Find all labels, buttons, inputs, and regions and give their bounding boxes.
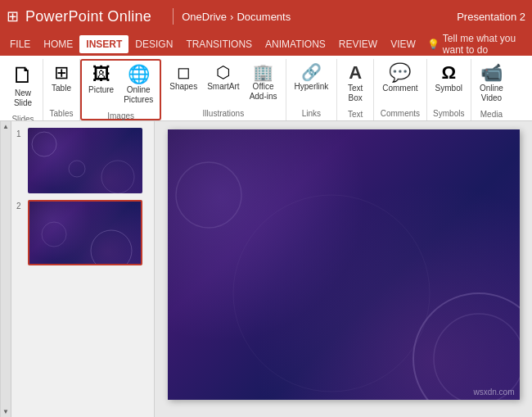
online-pictures-button[interactable]: 🌐 OnlinePictures [119,62,158,108]
ribbon-buttons-text: A TextBox [340,59,370,108]
breadcrumb-sep: › [230,11,233,23]
picture-icon: 🖼 [92,66,110,84]
ribbon-group-symbols: Ω Symbol Symbols [427,59,471,120]
new-slide-icon: 🗋 [11,64,34,87]
ribbon-group-illustrations: ◻ Shapes ⬡ SmartArt 🏢 OfficeAdd-ins Illu… [161,59,286,120]
new-slide-button[interactable]: 🗋 NewSlide [7,61,39,111]
menu-animations[interactable]: ANIMATIONS [259,35,332,53]
ribbon-buttons-tables: ⊞ Table [47,59,76,107]
content-area: wsxdn.com [155,121,532,417]
slide-panel: 1 2 [11,121,155,417]
new-slide-label: NewSlide [14,88,32,108]
comments-group-label: Comments [381,107,420,120]
table-label: Table [52,84,71,93]
ribbon: 🗋 NewSlide Slides ⊞ Table Tables 🖼 Pictu… [0,56,532,121]
ribbon-group-tables: ⊞ Table Tables [43,59,80,120]
slide-canvas[interactable]: wsxdn.com [168,129,520,400]
app-title: PowerPoint Online [25,8,151,25]
ribbon-group-media: 📹 OnlineVideo Media [471,59,512,120]
hyperlink-label: Hyperlink [295,82,329,92]
svg-point-2 [69,161,85,177]
menu-insert[interactable]: INSERT [79,35,128,53]
tables-group-label: Tables [50,107,74,120]
smartart-button[interactable]: ⬡ SmartArt [202,61,244,95]
shapes-label: Shapes [169,82,197,92]
office-addins-label: OfficeAdd-ins [250,82,277,102]
symbol-icon: Ω [441,64,456,82]
scroll-up-arrow[interactable]: ▲ [2,123,9,130]
illustrations-group-label: Illustrations [203,107,245,120]
menu-view[interactable]: VIEW [384,35,422,53]
picture-button[interactable]: 🖼 Picture [83,62,119,98]
presentation-name[interactable]: Presentation 2 [457,11,525,23]
textbox-label: TextBox [348,84,363,103]
menu-home[interactable]: HOME [37,35,79,53]
office-addins-button[interactable]: 🏢 OfficeAdd-ins [245,61,282,105]
media-group-label: Media [480,108,503,121]
slide-num-2: 2 [16,202,25,211]
online-pictures-label: OnlinePictures [124,85,153,105]
online-video-icon: 📹 [480,64,503,82]
symbol-label: Symbol [435,84,462,93]
ribbon-buttons-media: 📹 OnlineVideo [475,59,508,108]
ribbon-buttons-comments: 💬 Comment [377,59,422,107]
smartart-label: SmartArt [207,82,239,92]
hyperlink-icon: 🔗 [301,64,322,80]
symbols-group-label: Symbols [433,107,464,120]
slide-preview-1[interactable] [28,128,142,193]
shapes-icon: ◻ [177,64,191,80]
menu-file[interactable]: FILE [3,35,37,53]
breadcrumb: OneDrive › Documents [182,11,291,23]
vertical-scrollbar[interactable]: ▲ ▼ [0,121,11,417]
online-video-label: OnlineVideo [480,84,503,103]
title-bar: ⊞ PowerPoint Online OneDrive › Documents… [0,0,532,33]
breadcrumb-onedrive[interactable]: OneDrive [182,11,227,23]
menu-design[interactable]: DESIGN [128,35,179,53]
slides-group-label: Slides [11,113,34,121]
svg-point-8 [233,195,430,392]
online-pictures-icon: 🌐 [128,66,150,84]
menu-transitions[interactable]: TRANSITIONS [179,35,259,53]
svg-point-3 [91,230,132,264]
table-button[interactable]: ⊞ Table [47,61,76,97]
slide-preview-2[interactable] [28,200,142,265]
svg-point-5 [413,293,520,400]
slide-thumb-2: 2 [16,200,149,265]
textbox-button[interactable]: A TextBox [340,61,370,107]
symbol-button[interactable]: Ω Symbol [431,61,467,97]
slide-num-1: 1 [16,129,25,138]
hyperlink-button[interactable]: 🔗 Hyperlink [290,61,334,95]
ribbon-buttons-symbols: Ω Symbol [431,59,467,107]
scroll-down-arrow[interactable]: ▼ [2,408,9,415]
svg-point-1 [101,161,134,193]
images-group-label: Images [107,110,134,121]
title-divider [173,8,174,25]
links-group-label: Links [302,107,321,120]
tell-me-label: Tell me what you want to do [443,33,524,56]
menu-bar: FILE HOME INSERT DESIGN TRANSITIONS ANIM… [0,33,532,56]
slide-thumb-1: 1 [16,128,149,193]
comment-icon: 💬 [389,64,411,82]
office-addins-icon: 🏢 [253,64,273,80]
comment-button[interactable]: 💬 Comment [377,61,422,97]
tell-me-input[interactable]: 💡 Tell me what you want to do [422,31,529,57]
ribbon-group-comments: 💬 Comment Comments [374,59,426,120]
text-group-label: Text [348,108,363,121]
picture-label: Picture [88,85,114,95]
waffle-icon[interactable]: ⊞ [7,7,19,25]
ribbon-group-images: 🖼 Picture 🌐 OnlinePictures Images [80,59,161,120]
ribbon-buttons-illustrations: ◻ Shapes ⬡ SmartArt 🏢 OfficeAdd-ins [165,59,282,107]
svg-point-0 [32,132,56,156]
breadcrumb-docs[interactable]: Documents [237,11,291,23]
watermark: wsxdn.com [473,388,514,397]
shapes-button[interactable]: ◻ Shapes [165,61,202,95]
ribbon-buttons-images: 🖼 Picture 🌐 OnlinePictures [83,61,158,110]
online-video-button[interactable]: 📹 OnlineVideo [475,61,508,107]
ribbon-buttons-slides: 🗋 NewSlide [7,59,39,113]
ribbon-group-text: A TextBox Text [337,59,374,120]
svg-point-4 [42,222,66,247]
svg-point-7 [176,162,241,228]
smartart-icon: ⬡ [216,64,230,80]
menu-review[interactable]: REVIEW [332,35,384,53]
ribbon-group-links: 🔗 Hyperlink Links [286,59,338,120]
